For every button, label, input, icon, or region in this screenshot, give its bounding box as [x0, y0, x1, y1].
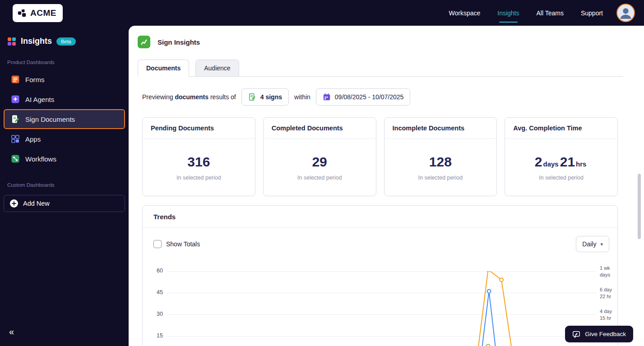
sidebar-item-ai-agents[interactable]: AI Agents [4, 89, 125, 109]
sidebar: Insights Beta Product Dashboards Forms A… [0, 26, 129, 346]
show-totals-checkbox[interactable]: Show Totals [153, 240, 200, 248]
filter-row: Previewing documents results of 4 signs … [142, 88, 618, 106]
trends-chart: 60 45 30 15 1 wk days 6 day 22 hr 4 day … [143, 263, 617, 346]
beta-badge: Beta [56, 37, 76, 46]
give-feedback-button[interactable]: Give Feedback [565, 326, 633, 342]
section-product-dashboards: Product Dashboards [0, 60, 129, 65]
stat-card-title: Incomplete Documents [385, 118, 497, 139]
sidebar-title: Insights [21, 37, 52, 46]
feedback-icon [572, 330, 580, 338]
y-axis-tick: 15 [143, 332, 163, 339]
forms-icon [11, 75, 20, 84]
stat-cards: Pending Documents 316 In selected period… [142, 117, 618, 196]
tab-audience[interactable]: Audience [195, 60, 239, 77]
within-label: within [294, 93, 310, 101]
stat-card-avg-completion-time: Avg. Completion Time 2days21hrs In selec… [505, 117, 618, 196]
main-panel: Sign Insights Documents Audience Preview… [129, 26, 644, 346]
avatar[interactable] [616, 4, 635, 22]
y-axis-right-tick: 6 day 22 hr [600, 286, 612, 300]
sidebar-item-workflows[interactable]: Workflows [4, 149, 125, 169]
date-range-label: 09/08/2025 - 10/07/2025 [335, 93, 404, 101]
calendar-icon [323, 93, 331, 101]
sidebar-item-sign-documents[interactable]: Sign Documents [4, 109, 125, 129]
nav-all-teams[interactable]: All Teams [537, 0, 564, 26]
user-icon [617, 15, 634, 22]
stat-value: 316 [187, 154, 210, 170]
stat-caption: In selected period [418, 175, 463, 181]
tab-documents[interactable]: Documents [138, 60, 189, 77]
y-axis-tick: 60 [143, 268, 163, 274]
nav-support[interactable]: Support [581, 0, 603, 26]
workflows-icon [11, 154, 20, 163]
section-custom-dashboards: Custom Dashboards [0, 182, 129, 188]
sign-insights-icon [138, 36, 150, 48]
signs-selector-label: 4 signs [260, 93, 282, 101]
apps-icon [11, 134, 20, 143]
page-title: Sign Insights [158, 38, 200, 46]
stat-caption: In selected period [539, 175, 584, 181]
topbar: ACME Workspace Insights All Teams Suppor… [0, 0, 644, 26]
signs-selector-button[interactable]: 4 signs [241, 88, 289, 106]
stat-value: 128 [429, 154, 452, 170]
trends-card: Trends Show Totals Daily ▾ 60 45 30 [142, 205, 618, 346]
stat-caption: In selected period [176, 175, 221, 181]
sidebar-item-label: Sign Documents [25, 115, 75, 123]
sign-doc-icon [248, 93, 256, 101]
sidebar-item-label: Forms [25, 76, 45, 83]
interval-selected-label: Daily [582, 240, 596, 248]
y-axis-tick: 30 [143, 311, 163, 317]
checkbox-box[interactable] [153, 240, 162, 248]
scrollbar-thumb[interactable] [638, 174, 641, 239]
acme-logo[interactable]: ACME [13, 4, 63, 22]
tabs: Documents Audience [138, 59, 623, 77]
trends-title: Trends [143, 206, 617, 228]
top-navigation: Workspace Insights All Teams Support [449, 0, 603, 26]
stat-card-completed: Completed Documents 29 In selected perio… [263, 117, 376, 196]
add-new-button[interactable]: Add New [4, 195, 125, 212]
date-range-button[interactable]: 09/08/2025 - 10/07/2025 [316, 88, 411, 106]
sidebar-item-label: Apps [25, 135, 41, 143]
y-axis-right-tick: 4 day 15 hr [600, 308, 612, 322]
logo-text: ACME [30, 8, 56, 18]
stat-value: 2days21hrs [535, 154, 588, 170]
add-new-label: Add New [23, 200, 50, 207]
stat-card-pending: Pending Documents 316 In selected period [142, 117, 255, 196]
sidebar-item-label: AI Agents [25, 96, 54, 103]
stat-card-incomplete: Incomplete Documents 128 In selected per… [384, 117, 497, 196]
y-axis-right-tick: 1 wk days [600, 265, 610, 278]
stat-card-title: Completed Documents [264, 118, 376, 139]
interval-select[interactable]: Daily ▾ [576, 236, 609, 252]
nav-workspace[interactable]: Workspace [449, 0, 480, 26]
stat-card-title: Avg. Completion Time [505, 118, 617, 139]
plus-icon [9, 199, 19, 208]
sidebar-item-apps[interactable]: Apps [4, 129, 125, 149]
acme-logo-icon [17, 8, 27, 18]
feedback-label: Give Feedback [585, 331, 626, 337]
trends-chart-svg [167, 271, 596, 346]
stat-value: 29 [312, 154, 327, 170]
sign-documents-icon [11, 115, 20, 124]
collapse-sidebar-icon[interactable]: « [9, 327, 14, 337]
sidebar-item-forms[interactable]: Forms [4, 69, 125, 89]
insights-logo-icon [7, 37, 16, 46]
filter-text: Previewing documents results of [142, 93, 236, 101]
chevron-down-icon: ▾ [600, 241, 603, 247]
stat-caption: In selected period [297, 175, 342, 181]
ai-agents-icon [11, 95, 20, 104]
show-totals-label: Show Totals [166, 240, 200, 248]
stat-card-title: Pending Documents [143, 118, 255, 139]
nav-insights[interactable]: Insights [497, 0, 519, 26]
sidebar-item-label: Workflows [25, 155, 56, 163]
y-axis-tick: 45 [143, 289, 163, 295]
